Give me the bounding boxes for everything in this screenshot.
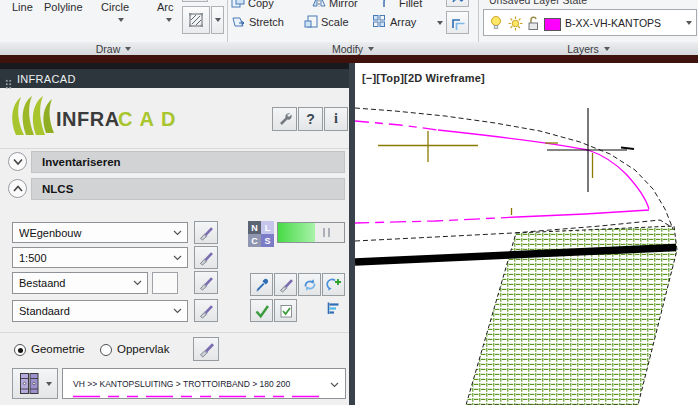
scale-select[interactable]: 1:500 — [12, 247, 188, 268]
cad-drawing[interactable] — [355, 63, 698, 405]
draw-panel-label[interactable]: Draw — [0, 42, 227, 55]
crosshair-cursor — [547, 108, 634, 192]
badge-l: L — [261, 221, 274, 234]
drag-handle-icon[interactable] — [5, 79, 12, 90]
status-select[interactable]: Bestaand — [12, 272, 148, 294]
linetype-preview — [73, 394, 325, 400]
pick-properties-button[interactable] — [250, 273, 273, 296]
scale-brush-button[interactable] — [194, 246, 218, 269]
layers-panel-label-text: Layers — [567, 43, 599, 55]
docked-toolbar-strip — [0, 55, 698, 63]
library-button[interactable] — [12, 368, 58, 399]
object-code-select[interactable]: VH >> KANTOPSLUITING > TROTTOIRBAND > 18… — [62, 368, 346, 399]
refresh-add-icon — [326, 277, 342, 293]
ellipse-button-clipped[interactable] — [182, 0, 208, 2]
array-icon[interactable] — [372, 14, 386, 28]
modify-panel-label[interactable]: Modify — [228, 42, 478, 55]
hatch-dropdown-button[interactable] — [211, 6, 224, 34]
rotate-button-clipped[interactable] — [446, 0, 469, 7]
chevron-down-icon — [173, 255, 182, 261]
status-value: Bestaand — [19, 277, 133, 289]
chevron-down-icon — [133, 280, 142, 286]
mode-brush-button[interactable] — [193, 337, 219, 361]
hatch-button[interactable] — [182, 6, 210, 34]
help-button[interactable]: ? — [298, 107, 323, 131]
variant-brush-button[interactable] — [194, 299, 218, 322]
chevron-down-icon — [12, 158, 24, 166]
help-label: ? — [306, 111, 315, 127]
toggle-grip-icon — [328, 228, 330, 237]
chevron-down-icon[interactable] — [686, 21, 692, 25]
sun-icon[interactable] — [507, 15, 524, 32]
blip-markers — [378, 131, 593, 215]
line-button[interactable]: Line — [12, 1, 33, 13]
refresh-button[interactable] — [298, 273, 321, 296]
fillet-button[interactable]: Fillet — [399, 0, 422, 9]
offset-button[interactable] — [446, 11, 469, 34]
layers-panel-label[interactable]: Layers — [479, 42, 698, 55]
discipline-brush-button[interactable] — [194, 221, 218, 244]
apply-properties-button[interactable] — [274, 273, 297, 296]
array-button[interactable]: Array — [390, 16, 416, 28]
stretch-button[interactable]: Stretch — [249, 16, 284, 28]
oppervlak-radio-label[interactable]: Oppervlak — [117, 343, 169, 355]
arc-dropdown-arrow-icon[interactable] — [166, 18, 172, 22]
palette-titlebar[interactable]: INFRACAD — [0, 69, 349, 88]
mirror-button[interactable]: Mirror — [329, 0, 358, 9]
geometrie-radio-label[interactable]: Geometrie — [31, 343, 85, 355]
ribbon-panel-labels: Draw Modify Layers — [0, 42, 698, 56]
scale-icon[interactable] — [303, 14, 318, 29]
section-header-nlcs[interactable]: NLCS — [31, 178, 345, 200]
copy-button[interactable]: Copy — [248, 0, 274, 9]
section-header-inventariseren[interactable]: Inventariseren — [31, 151, 345, 173]
status-brush-button[interactable] — [194, 271, 218, 294]
object-code-value: VH >> KANTOPSLUITING > TROTTOIRBAND > 18… — [73, 379, 290, 389]
layer-color-swatch[interactable] — [544, 18, 561, 31]
nlcs-toggle-slider[interactable] — [277, 222, 345, 243]
discipline-select[interactable]: WEgenbouw — [12, 222, 188, 243]
toggle-grip-icon — [323, 228, 325, 237]
chevron-down-icon — [173, 308, 182, 314]
drawing-viewport[interactable]: [−][Top][2D Wireframe] — [355, 63, 698, 405]
check-doc-icon — [278, 303, 294, 319]
section-toggle-nlcs[interactable] — [8, 179, 27, 198]
logo-cad-text: CAD — [118, 108, 182, 130]
mirror-icon[interactable] — [311, 0, 326, 8]
arc-button[interactable]: Arc — [157, 1, 174, 13]
info-button[interactable]: i — [324, 107, 348, 131]
layer-state-dropdown[interactable]: Unsaved Layer State — [483, 0, 697, 7]
oppervlak-radio[interactable] — [100, 344, 112, 356]
infracad-logo: INFRA CAD — [8, 93, 208, 141]
chevron-down-icon — [125, 47, 131, 51]
geometrie-radio[interactable] — [14, 344, 26, 356]
polyline-button[interactable]: Polyline — [44, 1, 83, 13]
lightbulb-icon[interactable] — [489, 14, 504, 33]
fillet-icon[interactable] — [382, 0, 396, 8]
refresh-add-button[interactable] — [322, 273, 345, 296]
layer-dropdown[interactable]: B-XX-VH-KANTOPS — [483, 9, 697, 36]
chevron-down-icon — [173, 230, 182, 236]
circle-dropdown-arrow-icon[interactable] — [118, 18, 124, 22]
eyedropper-icon — [254, 277, 270, 293]
stretch-icon[interactable] — [231, 14, 246, 29]
layer-order-button[interactable] — [322, 297, 346, 321]
unlock-icon[interactable] — [526, 15, 542, 32]
array-dropdown-arrow-icon[interactable] — [437, 21, 443, 25]
section-toggle-inventariseren[interactable] — [8, 152, 27, 171]
chevron-down-icon — [46, 382, 52, 386]
copy-icon[interactable] — [231, 0, 245, 8]
badge-n: N — [248, 221, 261, 234]
scale-button[interactable]: Scale — [321, 16, 349, 28]
paintbrush-icon — [198, 250, 214, 266]
status-extra-field[interactable] — [152, 272, 178, 294]
settings-button[interactable] — [272, 107, 297, 131]
rotate-icon — [451, 0, 464, 4]
infracad-palette: INFRACAD INFRA CAD ? i Inven — [0, 63, 349, 405]
variant-select[interactable]: Standaard — [12, 300, 188, 322]
validate-report-button[interactable] — [274, 299, 297, 322]
nlcs-badge: N L C S — [248, 221, 274, 247]
divider — [0, 332, 349, 333]
paintbrush-icon — [278, 277, 294, 293]
validate-button[interactable] — [250, 299, 273, 322]
circle-button[interactable]: Circle — [101, 1, 129, 13]
